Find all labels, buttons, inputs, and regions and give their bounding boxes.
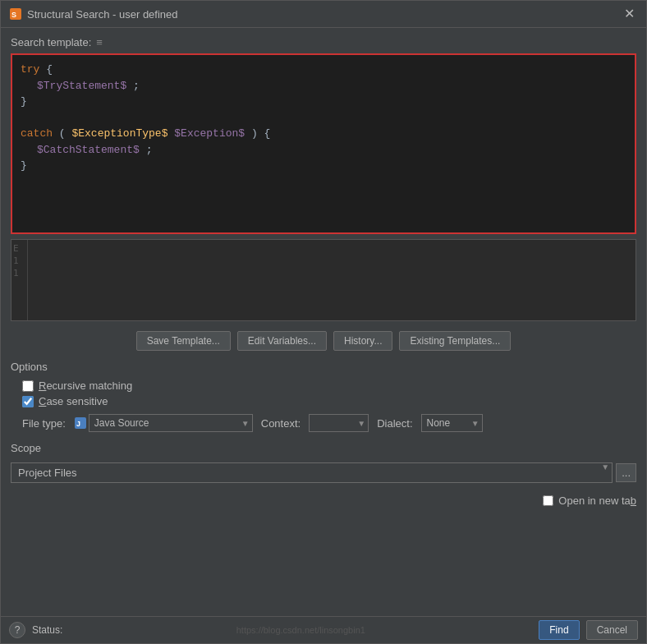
close-button[interactable]: ✕ (621, 6, 638, 22)
code-line-5: catch ( $ExceptionType$ $Exception$ ) { (21, 126, 626, 142)
help-button[interactable]: ? (9, 622, 25, 638)
paren-open: ( (59, 127, 66, 140)
scope-title: Scope (11, 442, 636, 454)
buttons-row: Save Template... Edit Variables... Histo… (11, 326, 636, 356)
find-button[interactable]: Find (539, 620, 579, 640)
keyword-try: try (21, 63, 39, 76)
history-button[interactable]: History... (333, 331, 392, 351)
file-type-select[interactable]: Java Source XML HTML Text (89, 414, 253, 432)
brace-close-1: } (21, 95, 27, 108)
save-template-button[interactable]: Save Template... (136, 331, 231, 351)
file-type-row: File type: J Java Source XML HTML Text (11, 409, 636, 437)
code-editor[interactable]: try { $TryStatement$ ; } catch ( $Except… (11, 53, 636, 234)
code-line-3: } (21, 94, 626, 110)
scope-select[interactable]: Project Files Module Files Open Files Cu… (11, 462, 613, 483)
title-bar-left: S Structural Search - user defined (9, 7, 178, 21)
keyword-catch: catch (21, 127, 53, 140)
edit-variables-button[interactable]: Edit Variables... (237, 331, 327, 351)
open-in-new-tab-checkbox[interactable] (543, 495, 553, 506)
file-type-select-wrapper: J Java Source XML HTML Text ▼ (74, 414, 253, 432)
options-title: Options (11, 361, 636, 373)
dialect-select[interactable]: None Java 5 Java 8 Java 11 (421, 414, 483, 432)
case-sensitive-label: Case sensitive (39, 395, 108, 407)
code-line-7: } (21, 158, 626, 174)
status-bar: ? Status: https://blog.csdn.net/linsongb… (1, 616, 646, 643)
title-bar: S Structural Search - user defined ✕ (1, 1, 646, 28)
java-source-icon: J (74, 416, 87, 430)
status-label: Status: (32, 624, 62, 636)
svg-text:J: J (76, 420, 80, 428)
var-catch-statement: $CatchStatement$ (37, 144, 140, 156)
existing-templates-button[interactable]: Existing Templates... (399, 331, 511, 351)
scope-browse-button[interactable]: ... (616, 463, 636, 482)
window-title: Structural Search - user defined (27, 8, 178, 21)
context-select[interactable]: Class Method Field (309, 414, 369, 432)
case-sensitive-row: Case sensitive (11, 393, 636, 409)
open-in-new-tab-label: Open in new tab (558, 494, 636, 507)
scope-section: Scope Project Files Module Files Open Fi… (11, 442, 636, 486)
options-section: Options Recursive matching Case sensitiv… (11, 361, 636, 437)
context-label: Context: (261, 417, 301, 430)
search-template-label: Search template: ≡ (11, 36, 636, 48)
code-line-4 (21, 110, 626, 126)
brace-open-1: { (46, 63, 53, 76)
case-sensitive-checkbox[interactable] (22, 396, 34, 407)
open-tab-row: Open in new tab (11, 491, 636, 510)
semicolon-1: ; (133, 80, 140, 92)
var-exception: $Exception$ (174, 127, 245, 140)
code-line-1: try { (21, 62, 626, 78)
recursive-matching-label: Recursive matching (39, 380, 132, 392)
line-numbers: E 1 1 (11, 240, 28, 320)
brace-close-2: } (21, 159, 27, 172)
type-exception: $ExceptionType$ (71, 127, 167, 140)
dialect-label: Dialect: (377, 417, 412, 430)
paren-close-brace: ) { (251, 127, 270, 140)
structural-search-dialog: S Structural Search - user defined ✕ Sea… (0, 0, 647, 644)
semicolon-2: ; (146, 144, 153, 156)
scope-select-wrapper: Project Files Module Files Open Files Cu… (11, 462, 613, 483)
recursive-matching-checkbox[interactable] (22, 380, 34, 392)
extra-editor[interactable]: E 1 1 (11, 239, 636, 321)
search-template-text: Search template: (11, 36, 91, 48)
find-cancel-row: Find Cancel (539, 620, 638, 640)
cancel-button[interactable]: Cancel (586, 620, 638, 640)
scope-row: Project Files Module Files Open Files Cu… (11, 459, 636, 486)
svg-text:S: S (11, 11, 16, 19)
app-icon: S (9, 7, 22, 21)
dialog-body: Search template: ≡ try { $TryStatement$ … (1, 28, 646, 616)
watermark: https://blog.csdn.net/linsongbin1 (236, 625, 365, 635)
code-line-6: $CatchStatement$ ; (21, 142, 626, 159)
code-line-2: $TryStatement$ ; (21, 78, 626, 94)
recursive-matching-row: Recursive matching (11, 378, 636, 393)
var-try-statement: $TryStatement$ (37, 80, 126, 92)
template-icon[interactable]: ≡ (96, 36, 103, 48)
file-type-label: File type: (22, 417, 66, 430)
context-select-wrapper: Class Method Field ▼ (309, 414, 369, 432)
dialect-select-wrapper: None Java 5 Java 8 Java 11 ▼ (421, 414, 483, 432)
